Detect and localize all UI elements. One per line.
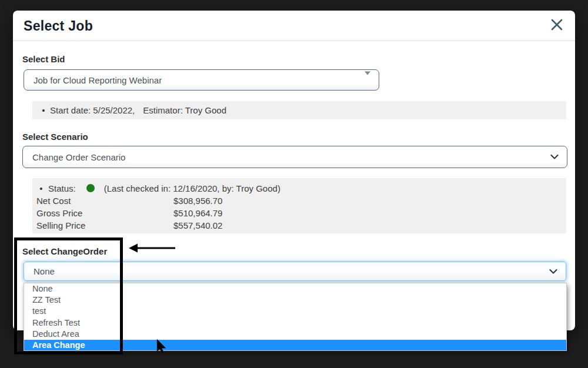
dropdown-option[interactable]: test (24, 306, 566, 317)
status-line: • Status: (Last checked in: 12/16/2020, … (32, 182, 566, 195)
scenario-select[interactable]: Change Order Scenario (22, 146, 567, 168)
dropdown-option[interactable]: Deduct Area (24, 329, 566, 340)
close-icon (550, 18, 564, 34)
select-changeorder-label: Select ChangeOrder (22, 246, 107, 256)
status-label: Status: (48, 183, 76, 193)
dropdown-option-highlighted[interactable]: Area Change (24, 340, 566, 351)
select-bid-label: Select Bid (22, 54, 65, 64)
page-backdrop: { "modal": { "title": "Select Job" }, "s… (0, 0, 588, 368)
modal-header: Select Job (13, 11, 575, 41)
dropdown-option[interactable]: ZZ Test (24, 295, 566, 306)
bid-estimator: Estimator: Troy Good (143, 105, 226, 115)
bullet-icon: • (37, 183, 45, 193)
bid-info-strip: • Start date: 5/25/2022, Estimator: Troy… (32, 101, 566, 119)
bid-select[interactable]: Job for Cloud Reporting Webinar (24, 69, 379, 91)
price-label: Selling Price (36, 220, 173, 230)
status-detail: (Last checked in: 12/16/2020, by: Troy G… (104, 183, 280, 193)
price-row-gross-price: Gross Price $510,964.79 (32, 207, 566, 219)
price-label: Net Cost (36, 196, 173, 206)
bullet-icon: • (37, 105, 50, 115)
dropdown-option[interactable]: None (24, 283, 566, 295)
triangle-down-icon (365, 75, 370, 85)
bid-select-value: Job for Cloud Reporting Webinar (34, 75, 162, 85)
price-value: $308,956.70 (173, 196, 222, 206)
dropdown-option[interactable]: Refresh Test (24, 317, 566, 329)
scenario-select-value: Change Order Scenario (32, 152, 125, 162)
status-green-dot-icon (86, 184, 95, 192)
price-value: $557,540.02 (173, 220, 222, 230)
scenario-status-box: • Status: (Last checked in: 12/16/2020, … (32, 178, 566, 233)
chevron-down-icon (550, 155, 559, 160)
price-row-net-cost: Net Cost $308,956.70 (32, 195, 566, 207)
bid-start-date: Start date: 5/25/2022, (50, 105, 135, 115)
select-scenario-label: Select Scenario (22, 132, 88, 142)
changeorder-select[interactable]: None (24, 262, 566, 281)
price-label: Gross Price (36, 208, 173, 218)
chevron-down-icon (549, 269, 557, 274)
close-button[interactable] (549, 18, 564, 34)
modal-title: Select Job (24, 18, 93, 34)
price-row-selling-price: Selling Price $557,540.02 (32, 219, 566, 232)
price-value: $510,964.79 (173, 208, 222, 218)
changeorder-dropdown-list: None ZZ Test test Refresh Test Deduct Ar… (24, 283, 567, 351)
changeorder-select-value: None (34, 266, 55, 276)
